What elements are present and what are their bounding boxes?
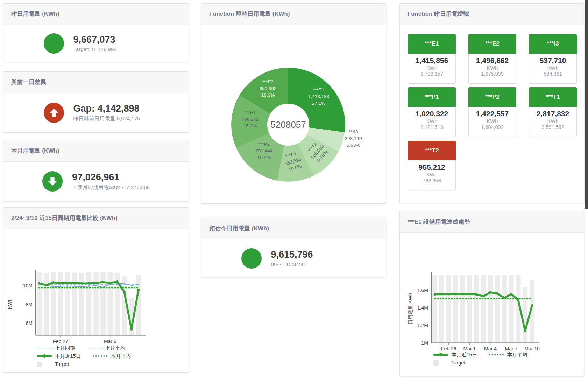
target-bar [474,275,479,343]
series-point [468,293,471,295]
legend-item[interactable]: Target [433,360,465,366]
series-point [482,295,485,297]
series-point [517,298,519,301]
stat-value: 97,026,961 [72,172,150,183]
series-point [503,297,505,299]
card-body: 9,667,073 Target: 11,128,992 [3,25,189,62]
legend-box-gray-icon [433,360,448,366]
series-point [38,282,41,285]
target-bar [467,275,472,343]
target-bar [502,275,506,343]
legend-item[interactable]: Target [37,361,69,367]
card-compare-chart: 2/24~3/10 近15日同期用電量比較 (KWh) 6M8M10MFeb 2… [3,207,189,373]
series-point [88,285,90,287]
legend-label: 本月平均 [507,352,527,358]
svg-text:1.2M: 1.2M [417,322,428,328]
status-tile-P1[interactable]: ***P11,020,322KWh1,121,613 [408,87,456,137]
stat-subtitle: Target: 11,128,992 [73,46,149,52]
series-point [531,304,533,307]
legend-dash-blue-icon [87,345,102,351]
series-point [440,293,443,295]
status-tile-E2[interactable]: ***E21,496,662KWh1,675,939 [468,34,516,84]
stat-text: 9,667,073 Target: 11,128,992 [73,34,149,52]
scrollbar-thumb[interactable] [585,0,588,209]
tile-value: 1,020,322 [408,110,455,118]
series-point [524,330,526,332]
stat-subtitle: 昨日與前日用電量 5,524,175 [73,116,149,122]
card-month-usage: 本月用電量 (KWh) 97,026,961 上個月同期用電Gap: -17,3… [3,140,189,201]
series-point [66,282,69,284]
legend-item[interactable]: 上月同期 [37,345,75,352]
svg-text:1.6M: 1.6M [417,287,428,293]
series-point [95,285,97,286]
svg-text:Mar 10: Mar 10 [524,346,540,352]
tile-header: ***P1 [408,87,456,107]
donut-label-E1: ***E1798,24115.3% [242,110,259,130]
status-tile-P2[interactable]: ***P21,422,557KWh1,684,092 [468,87,516,137]
series-point [45,284,48,286]
status-tile-T2[interactable]: ***T2955,212KWh762,358 [408,141,456,190]
svg-text:Mar 7: Mar 7 [505,346,518,352]
legend-line-green-icon [433,352,448,357]
tile-header: ***E1 [408,34,456,54]
target-bar [432,275,437,343]
target-bar [86,272,92,335]
series-point [447,293,450,296]
svg-text:Mar 6: Mar 6 [104,339,116,344]
card-body: 97,026,961 上個月同期用電Gap: -17,377,566 [3,162,189,201]
target-bar [37,272,42,335]
card-body: 9,615,796 06-21 15:34:41 [201,239,386,277]
series-point [130,328,133,331]
card-title: 本月用電量 (KWh) [11,147,59,155]
trend-legend: 本月近15日本月平均Target [433,352,527,366]
target-bar [495,275,500,343]
card-e1-trend-chart: ***E1 設備用電達成趨勢 1M1.2M1.4M1.6MFeb 26Mar 1… [399,211,584,376]
card-body: Gap: 4,142,898 昨日與前日用電量 5,524,175 [3,93,189,132]
card-yesterday-usage: 昨日用電量 (KWh) 9,667,073 Target: 11,128,992 [3,3,189,62]
legend-item[interactable]: 本月近15日 [37,353,81,360]
legend-item[interactable]: 本月近15日 [433,352,477,358]
target-bar [509,275,513,343]
status-circle-icon [44,33,64,54]
status-tile-E1[interactable]: ***E11,415,856KWh1,700,157 [408,34,456,84]
tile-unit: KWh [529,118,576,124]
legend-item[interactable]: 本月平均 [93,353,131,360]
stat-text: Gap: 4,142,898 昨日與前日用電量 5,524,175 [73,103,149,122]
tile-target: 584,861 [529,71,576,77]
stat-text: 9,615,796 06-21 15:34:41 [271,249,346,267]
status-tile-T1[interactable]: ***T12,817,832KWh3,591,562 [529,87,577,137]
tile-value: 955,212 [408,163,455,172]
card-title: 昨日用電量 (KWh) [11,10,59,18]
donut-chart[interactable]: 5208057 ***T11,413,18327.1%***I3293,1495… [201,4,386,203]
card-title: 與前一日差異 [11,78,46,86]
series-point [52,281,55,284]
legend-item[interactable]: 上月平均 [87,345,125,352]
card-estimate-today: 預估今日用電量 (KWh) 9,615,796 06-21 15:34:41 [201,218,386,277]
series-point [454,293,457,295]
arrow-down-icon [42,171,63,192]
series-point [461,293,464,296]
target-bar [481,275,486,343]
stat-subtitle: 上個月同期用電Gap: -17,377,566 [72,184,150,191]
series-point [123,291,126,293]
legend-box-gray-icon [37,361,52,367]
svg-text:1.4M: 1.4M [417,305,428,311]
target-bar [460,275,465,343]
svg-text:Feb 27: Feb 27 [53,339,68,344]
card-header: 預估今日用電量 (KWh) [201,218,386,239]
svg-text:Feb 26: Feb 26 [441,346,456,352]
target-bar [79,273,84,335]
status-tiles-grid: ***E11,415,856KWh1,700,157***E21,496,662… [400,4,584,203]
tile-header: ***I3 [529,34,577,54]
tile-unit: KWh [469,118,516,124]
legend-item[interactable]: 本月平均 [489,352,527,358]
stat-value: Gap: 4,142,898 [73,103,149,114]
status-tile-I3[interactable]: ***I3537,710KWh584,861 [529,34,577,84]
legend-label: Target [451,360,465,366]
series-point [496,292,498,295]
series-point [74,286,76,287]
tile-value: 1,496,662 [469,56,516,65]
tile-target: 1,700,157 [408,71,455,77]
target-bar [488,275,493,343]
stat-text: 97,026,961 上個月同期用電Gap: -17,377,566 [72,172,150,190]
